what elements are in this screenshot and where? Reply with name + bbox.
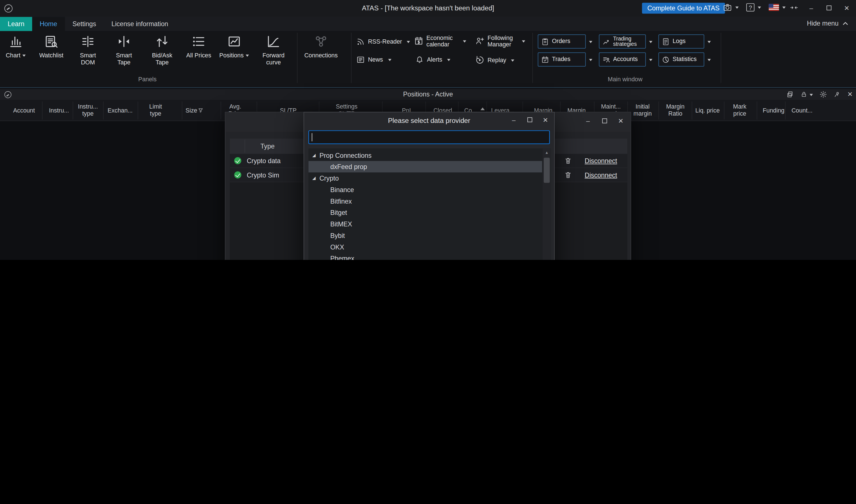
ribbon-following-manager-button[interactable]: Following Manager	[475, 34, 530, 48]
duplicate-window-icon[interactable]	[786, 91, 794, 98]
ribbon-positions-button[interactable]: Positions	[217, 34, 251, 59]
screenshot-button[interactable]	[723, 3, 739, 12]
ribbon-forward-curve-button[interactable]: Forward curve	[257, 34, 290, 66]
accounts-icon	[602, 55, 610, 64]
ribbon-smart-dom-button[interactable]: Smart DOM	[73, 34, 103, 66]
statistics-dropdown-button[interactable]	[704, 52, 712, 66]
column-divider	[138, 102, 138, 120]
menu-tab-license[interactable]: License information	[104, 17, 176, 31]
chart-icon	[8, 34, 23, 49]
ribbon-bid-ask-tape-button[interactable]: Bid/Ask Tape	[145, 34, 179, 66]
lock-window-button[interactable]	[800, 91, 813, 98]
column-divider	[73, 102, 73, 120]
column-divider	[182, 102, 182, 120]
type-column-header[interactable]: Type	[260, 142, 274, 150]
tree-item[interactable]: BitMEX	[308, 218, 542, 230]
language-button[interactable]	[769, 4, 786, 11]
complete-guide-button[interactable]: Complete Guide to ATAS	[642, 3, 725, 14]
disconnect-link[interactable]: Disconnect	[585, 171, 617, 179]
logs-dropdown-button[interactable]	[704, 34, 712, 48]
ribbon-trading-strategies-button[interactable]: Trading strategies	[599, 34, 646, 48]
tree-item[interactable]: Bitfinex	[308, 196, 542, 207]
minimize-button[interactable]: –	[803, 4, 820, 12]
tree-item[interactable]: Bybit	[308, 230, 542, 241]
trash-icon[interactable]	[564, 171, 572, 179]
accounts-dropdown-button[interactable]	[646, 52, 654, 66]
tree-item[interactable]: Bitget	[308, 207, 542, 218]
close-dialog-button[interactable]: ✕	[541, 116, 550, 124]
minimize-button[interactable]: –	[584, 117, 592, 125]
provider-dialog-titlebar: Please select data provider – ✕	[304, 112, 554, 129]
tree-group[interactable]: ◢Crypto	[308, 173, 542, 184]
close-window-button[interactable]: ✕	[847, 91, 853, 98]
tree-item-selected[interactable]: dxFeed prop	[308, 161, 542, 173]
column-header[interactable]: Account	[7, 101, 40, 120]
positions-icon	[227, 34, 242, 49]
dropdown-icon	[649, 41, 653, 45]
column-header[interactable]: Initial margin	[629, 101, 656, 120]
smart-dom-icon	[80, 34, 95, 49]
trash-icon[interactable]	[564, 157, 572, 165]
column-header[interactable]: Count...	[787, 101, 817, 120]
pin-icon[interactable]	[834, 91, 840, 98]
tree-group[interactable]: ◢Prop Connections	[308, 150, 542, 161]
expander-icon[interactable]: ◢	[313, 176, 316, 181]
gear-icon[interactable]	[819, 91, 827, 98]
scroll-up-button[interactable]: ▲	[542, 148, 551, 157]
help-button[interactable]: ?	[746, 3, 761, 12]
ribbon-trades-button[interactable]: Trades	[538, 52, 586, 66]
ribbon-watchlist-button[interactable]: Watchlist	[34, 34, 69, 59]
logs-icon	[662, 37, 670, 46]
ribbon-alerts-button[interactable]: Alerts	[415, 55, 450, 65]
dropdown-icon	[388, 59, 391, 63]
ribbon-all-prices-button[interactable]: All Prices	[184, 34, 213, 59]
trading-strategies-dropdown-button[interactable]	[646, 34, 654, 48]
connection-name: Crypto Sim	[247, 171, 279, 179]
disconnect-link[interactable]: Disconnect	[585, 157, 617, 164]
menu-tab-home[interactable]: Home	[32, 17, 65, 31]
trades-dropdown-button[interactable]	[586, 52, 593, 66]
column-header[interactable]: Size	[183, 101, 206, 120]
scrollbar-thumb[interactable]	[543, 158, 550, 183]
column-header[interactable]: Instru...	[45, 101, 73, 120]
minimize-button[interactable]: –	[509, 116, 518, 124]
ribbon-news-button[interactable]: News	[356, 55, 391, 65]
ribbon-accounts-button[interactable]: Accounts	[599, 52, 646, 66]
orders-dropdown-button[interactable]	[586, 34, 593, 48]
collapse-window-button[interactable]	[785, 4, 803, 12]
close-app-button[interactable]: ✕	[837, 4, 856, 12]
column-header[interactable]: Mark price	[726, 101, 753, 120]
column-header[interactable]: Instru... type	[74, 101, 102, 120]
ribbon-chart-button[interactable]: Chart	[2, 34, 30, 59]
column-header[interactable]: Funding	[759, 101, 788, 120]
ribbon-rss-reader-button[interactable]: RSS-Reader	[356, 37, 410, 47]
column-header[interactable]: Exchan...	[105, 101, 135, 120]
column-header[interactable]: Liq. price	[694, 101, 721, 120]
ribbon-economic-calendar-button[interactable]: Economic calendar	[414, 34, 471, 48]
ribbon-statistics-button[interactable]: Statistics	[658, 52, 704, 66]
tree-item[interactable]: OKX	[308, 241, 542, 253]
tree-item[interactable]: Phemex	[308, 253, 542, 260]
provider-search-input[interactable]	[308, 130, 550, 144]
scrollbar[interactable]: ▲ ▼	[542, 148, 551, 260]
tree-item[interactable]: Binance	[308, 184, 542, 196]
dropdown-icon	[589, 41, 592, 45]
ribbon-orders-button[interactable]: Orders	[538, 34, 586, 48]
column-header[interactable]: Margin Ratio	[661, 101, 690, 120]
menu-tab-learn[interactable]: Learn	[0, 17, 32, 31]
maximize-button[interactable]	[600, 117, 609, 125]
hide-menu-button[interactable]: Hide menu	[807, 20, 849, 27]
connected-check-icon	[234, 157, 241, 164]
ribbon-smart-tape-button[interactable]: Smart Tape	[109, 34, 139, 66]
close-dialog-button[interactable]: ✕	[616, 117, 625, 125]
menu-tab-settings[interactable]: Settings	[65, 17, 104, 31]
maximize-button[interactable]	[820, 4, 837, 12]
ribbon-replay-button[interactable]: Replay	[475, 55, 514, 65]
hide-menu-label: Hide menu	[807, 20, 839, 27]
maximize-button[interactable]	[525, 116, 534, 124]
ribbon-menubar: Learn Home Settings License information …	[0, 16, 856, 31]
trading-strategies-icon	[602, 37, 610, 46]
column-header[interactable]: Limit type	[143, 101, 168, 120]
ribbon-logs-button[interactable]: Logs	[658, 34, 704, 48]
expander-icon[interactable]: ◢	[313, 153, 316, 158]
